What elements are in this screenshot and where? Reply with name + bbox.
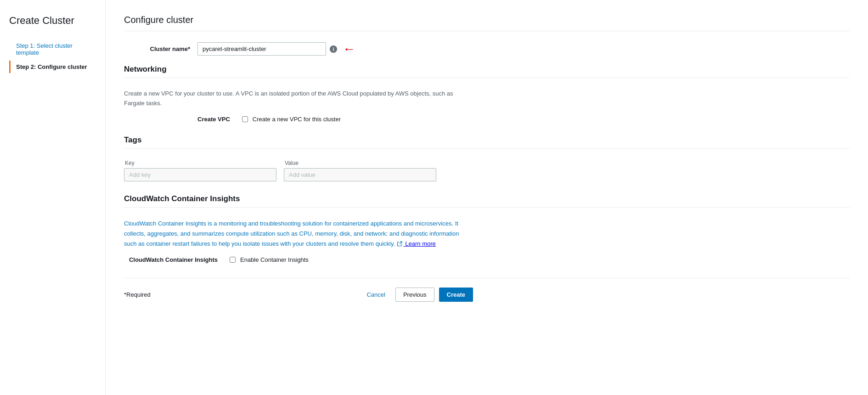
- previous-button[interactable]: Previous: [395, 288, 434, 302]
- cloudwatch-divider: [124, 207, 850, 208]
- enable-container-insights-label: Enable Container Insights: [240, 256, 309, 263]
- networking-title: Networking: [124, 65, 850, 74]
- red-arrow-indicator: ←: [343, 43, 355, 56]
- enable-container-insights-checkbox[interactable]: [230, 257, 236, 263]
- footer-row: *Required Cancel Previous Create: [124, 288, 473, 302]
- configure-cluster-title: Configure cluster: [124, 15, 850, 25]
- cluster-name-label: Cluster name*: [124, 45, 197, 52]
- cloudwatch-title: CloudWatch Container Insights: [124, 194, 850, 203]
- networking-section: Networking Create a new VPC for your clu…: [124, 65, 850, 123]
- learn-more-link[interactable]: Learn more: [397, 240, 436, 247]
- networking-description: Create a new VPC for your cluster to use…: [124, 89, 464, 108]
- footer-buttons: Cancel Previous Create: [361, 288, 473, 302]
- page-title: Create Cluster: [9, 15, 96, 27]
- cancel-button[interactable]: Cancel: [361, 288, 390, 301]
- cluster-name-row: Cluster name* i ←: [124, 42, 850, 56]
- tags-divider: [124, 148, 850, 149]
- sidebar: Create Cluster Step 1: Select cluster te…: [0, 0, 106, 395]
- external-link-icon: [397, 241, 402, 247]
- cloudwatch-insights-label: CloudWatch Container Insights: [124, 256, 225, 263]
- tags-grid: Key Value: [124, 160, 436, 181]
- cloudwatch-description: CloudWatch Container Insights is a monit…: [124, 219, 464, 249]
- value-col-header: Value: [284, 160, 436, 166]
- create-vpc-checkbox-label: Create a new VPC for this cluster: [253, 116, 341, 123]
- key-col-header: Key: [124, 160, 276, 166]
- networking-divider: [124, 78, 850, 78]
- info-icon[interactable]: i: [330, 45, 337, 53]
- title-divider: [124, 31, 850, 31]
- create-vpc-label: Create VPC: [197, 116, 237, 123]
- tag-value-input[interactable]: [284, 168, 436, 181]
- sidebar-item-step2[interactable]: Step 2: Configure cluster: [9, 61, 96, 73]
- footer-divider: [124, 278, 850, 278]
- create-vpc-checkbox[interactable]: [242, 116, 248, 122]
- main-content: Configure cluster Cluster name* i ← Netw…: [106, 0, 868, 395]
- create-button[interactable]: Create: [439, 288, 473, 302]
- create-vpc-row: Create VPC Create a new VPC for this clu…: [124, 116, 850, 123]
- cloudwatch-insights-row: CloudWatch Container Insights Enable Con…: [124, 256, 850, 263]
- cloudwatch-section: CloudWatch Container Insights CloudWatch…: [124, 194, 850, 263]
- tag-key-input[interactable]: [124, 168, 276, 181]
- cluster-name-input[interactable]: [197, 42, 326, 56]
- tags-title: Tags: [124, 135, 850, 145]
- tags-section: Tags Key Value: [124, 135, 850, 181]
- required-note: *Required: [124, 291, 151, 298]
- sidebar-item-step1[interactable]: Step 1: Select cluster template: [9, 40, 96, 59]
